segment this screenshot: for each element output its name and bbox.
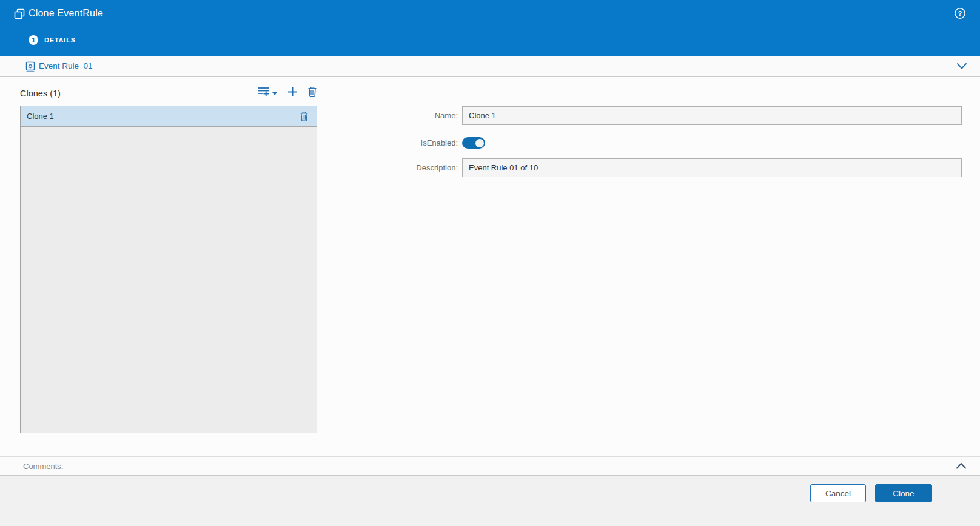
wizard-steps: 1 DETAILS bbox=[29, 35, 76, 46]
chevron-up-icon[interactable] bbox=[955, 462, 967, 473]
plus-icon bbox=[287, 86, 298, 100]
clone-list-item[interactable]: Clone 1 bbox=[21, 106, 317, 127]
add-clone-button[interactable] bbox=[287, 86, 298, 100]
trash-icon bbox=[307, 86, 317, 100]
dropdown-caret-icon bbox=[272, 87, 278, 98]
dialog-header: Clone EventRule ? 1 DETAILS bbox=[0, 0, 980, 56]
toggle-knob bbox=[475, 139, 484, 147]
help-icon[interactable]: ? bbox=[953, 7, 967, 20]
add-multiple-icon bbox=[258, 86, 269, 99]
source-rule-name: Event Rule_01 bbox=[39, 61, 93, 70]
source-rule-bar[interactable]: Event Rule_01 bbox=[0, 56, 980, 77]
page-title: Clone EventRule bbox=[29, 8, 103, 19]
description-input[interactable] bbox=[462, 158, 962, 177]
clones-toolbar bbox=[20, 86, 317, 99]
add-multiple-button[interactable] bbox=[258, 86, 278, 99]
chevron-down-icon[interactable] bbox=[956, 62, 968, 73]
is-enabled-toggle[interactable] bbox=[462, 137, 485, 149]
comments-section-bar[interactable]: Comments: bbox=[0, 456, 980, 476]
step-label: DETAILS bbox=[44, 36, 76, 44]
comments-label: Comments: bbox=[23, 462, 63, 471]
clone-button[interactable]: Clone bbox=[875, 484, 932, 502]
name-label: Name: bbox=[379, 111, 458, 120]
step-number-badge: 1 bbox=[29, 35, 38, 45]
clone-item-label: Clone 1 bbox=[21, 112, 54, 121]
is-enabled-label: IsEnabled: bbox=[379, 138, 458, 147]
cancel-button[interactable]: Cancel bbox=[810, 484, 866, 502]
dialog-footer: Cancel Clone bbox=[0, 476, 980, 526]
description-label: Description: bbox=[379, 163, 458, 172]
clone-icon bbox=[14, 8, 25, 22]
row-trash-icon[interactable] bbox=[300, 111, 309, 124]
event-rule-icon bbox=[25, 61, 36, 75]
name-input[interactable] bbox=[462, 106, 962, 125]
svg-text:?: ? bbox=[958, 10, 962, 17]
delete-clone-button[interactable] bbox=[307, 86, 317, 100]
clones-list: Clone 1 bbox=[20, 106, 317, 433]
